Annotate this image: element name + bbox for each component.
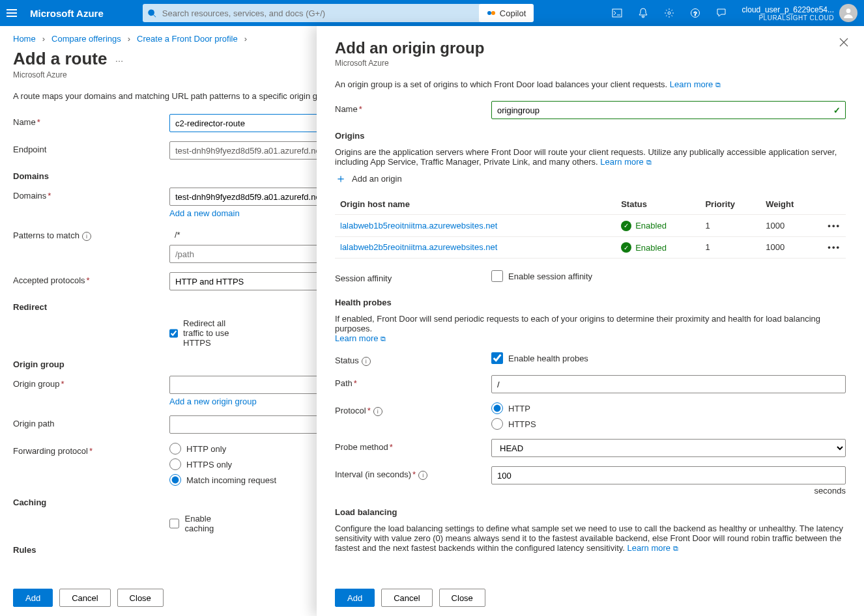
origin-group-label: Origin group [13,379,60,389]
flyout-cancel-button[interactable]: Cancel [381,589,432,607]
more-icon[interactable]: … [115,54,123,64]
redirect-checkbox[interactable] [169,328,178,339]
check-circle-icon: ✓ [621,242,631,253]
menu-icon[interactable] [7,9,17,17]
interval-label: Interval (in seconds) [335,469,411,479]
protocols-label: Accepted protocols [13,275,85,285]
check-icon: ✓ [833,105,841,115]
origins-learn-more[interactable]: Learn more⧉ [600,157,651,167]
cancel-button[interactable]: Cancel [59,589,110,607]
copilot-icon [487,8,496,18]
endpoint-label: Endpoint [13,145,46,154]
interval-unit: seconds [491,486,846,496]
flyout-close-button[interactable]: Close [439,589,485,607]
cloud-shell-icon[interactable] [604,0,630,26]
caching-label: Enable caching [184,514,235,533]
path-input[interactable] [491,375,846,393]
table-row: lalabweb1b5reoitniitma.azurewebsites.net… [335,215,846,237]
check-circle-icon: ✓ [621,221,631,231]
og-name-label: Name [335,104,358,114]
health-header: Health probes [335,298,846,307]
health-learn-more[interactable]: Learn more⧉ [335,333,386,343]
search-box[interactable] [143,4,482,22]
flyout-panel: Add an origin group Microsoft Azure An o… [317,26,864,616]
fwd-http-radio[interactable] [169,443,181,455]
lb-learn-more[interactable]: Learn more⧉ [627,543,678,553]
origin-link[interactable]: lalabweb2b5reoitniitma.azurewebsites.net [340,242,497,252]
breadcrumb-compare[interactable]: Compare offerings [51,34,121,44]
origins-table: Origin host name Status Priority Weight … [335,194,846,259]
probe-method-label: Probe method [335,442,388,452]
search-input[interactable] [162,8,476,18]
fwd-proto-label: Forwarding protocol [13,446,88,456]
row-more-icon[interactable]: ••• [824,221,841,231]
page-title: Add a route [13,49,107,69]
lb-desc: Configure the load balancing settings to… [335,524,846,553]
close-button[interactable]: Close [117,589,164,607]
interval-input[interactable] [491,466,846,484]
add-button[interactable]: Add [13,589,53,607]
learn-more-link[interactable]: Learn more⧉ [670,79,721,89]
add-domain-link[interactable]: Add a new domain [169,208,240,218]
breadcrumb-create[interactable]: Create a Front Door profile [137,34,238,44]
svg-point-3 [668,12,670,14]
name-label: Name [13,117,36,127]
info-icon[interactable]: i [82,232,91,241]
brand[interactable]: Microsoft Azure [30,8,104,19]
probe-method-select[interactable]: HEAD [491,439,846,457]
domains-label: Domains [13,191,46,201]
flyout-footer: Add Cancel Close [317,580,864,616]
status-label: Status [335,356,359,365]
origin-link[interactable]: lalabweb1b5reoitniitma.azurewebsites.net [340,221,497,231]
flyout-add-button[interactable]: Add [335,589,375,607]
svg-point-1 [491,11,495,15]
info-icon[interactable]: i [373,407,382,416]
svg-point-6 [846,8,851,13]
health-desc: If enabled, Front Door will send periodi… [335,314,846,343]
health-status-checkbox[interactable] [491,352,503,364]
fwd-match-radio[interactable] [169,474,181,486]
user-account[interactable]: cloud_user_p_6229ce54... PLURALSIGHT CLO… [742,5,834,21]
close-icon[interactable] [839,38,848,49]
svg-rect-2 [612,9,622,17]
table-row: lalabweb2b5reoitniitma.azurewebsites.net… [335,236,846,259]
feedback-icon[interactable] [708,0,734,26]
breadcrumb-home[interactable]: Home [13,34,36,44]
add-origin-group-link[interactable]: Add a new origin group [169,397,257,406]
col-host: Origin host name [335,194,616,215]
col-priority: Priority [700,194,760,215]
row-more-icon[interactable]: ••• [824,242,841,252]
help-icon[interactable]: ? [682,0,708,26]
topbar: Microsoft Azure Copilot ? cloud_user_p_6… [0,0,864,26]
fwd-https-radio[interactable] [169,458,181,470]
origins-header: Origins [335,131,846,141]
copilot-button[interactable]: Copilot [479,4,534,22]
flyout-title: Add an origin group [335,39,846,57]
path-label: Path [335,378,353,388]
lb-header: Load balancing [335,507,846,517]
avatar[interactable] [839,4,857,22]
caching-checkbox[interactable] [169,518,179,529]
proto-http-radio[interactable] [491,402,503,414]
patterns-label: Patterns to match [13,231,79,240]
flyout-subtitle: Microsoft Azure [335,59,846,68]
info-icon[interactable]: i [362,357,371,366]
protocol-label: Protocol [335,406,366,415]
plus-icon: ＋ [335,171,347,186]
session-affinity-checkbox[interactable] [491,270,503,282]
add-origin-button[interactable]: ＋ Add an origin [335,171,402,186]
flyout-intro: An origin group is a set of origins to w… [335,79,846,89]
session-affinity-label: Session affinity [335,273,392,283]
col-status: Status [616,194,700,215]
settings-icon[interactable] [656,0,682,26]
svg-point-0 [487,11,491,15]
notifications-icon[interactable] [630,0,656,26]
col-weight: Weight [760,194,818,215]
origins-desc: Origins are the application servers wher… [335,147,846,167]
info-icon[interactable]: i [418,471,427,480]
proto-https-radio[interactable] [491,418,503,430]
redirect-label: Redirect all traffic to use HTTPS [183,318,235,348]
svg-text:?: ? [693,10,697,17]
og-name-input[interactable] [491,101,846,119]
search-icon [148,8,157,18]
